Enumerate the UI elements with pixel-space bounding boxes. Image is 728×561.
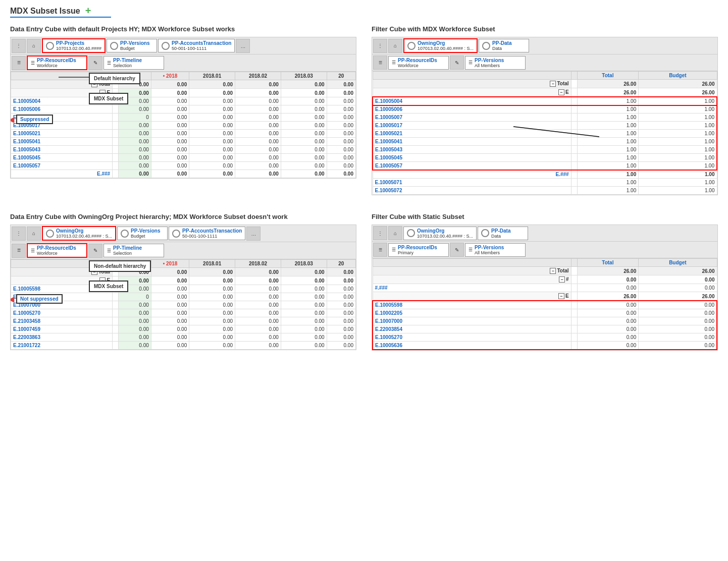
table-row: E.### 1.00 1.00	[373, 170, 717, 179]
dim-ppdata-br[interactable]: PP-Data Data	[478, 227, 528, 240]
home-btn-bl[interactable]: ⌂	[27, 227, 41, 241]
dim-owningorg-bl[interactable]: OwningOrg 107013.02.00.40.#### : S...	[42, 226, 116, 241]
freeze-btn-br[interactable]: ☰	[373, 243, 387, 257]
table-row: E.10007000 0.00 0.000.00 0.000.00 0.00	[11, 301, 356, 309]
default-hierarchy-annotation: Default hierarchy	[89, 73, 140, 84]
row-dim-resources-br[interactable]: ☰ PP-ResourceIDs Primary	[388, 243, 449, 257]
row-dim-timeline-tl[interactable]: ☰ PP-Timeline Selection	[103, 56, 164, 70]
collapse-btn-bl[interactable]: ⋮	[12, 227, 26, 241]
freeze-btn-tl[interactable]: ☰	[12, 56, 26, 70]
home-btn-tl[interactable]: ⌂	[27, 39, 41, 53]
dim-accounts-bl-name: PP-AccountsTransaction	[182, 228, 242, 234]
table-row: E.10007459 0.00 0.000.00 0.000.00 0.00	[11, 325, 356, 333]
table-row: E.10005045 1.00 1.00	[373, 154, 717, 162]
col-201801-tl: 2018.01	[189, 72, 235, 80]
top-right-title: Filter Cube with MDX Workforce Subset	[372, 25, 718, 33]
row-dim-resources-tl-value: Workforce	[37, 63, 76, 68]
page-header: MDX Subset Issue +	[0, 0, 728, 17]
col-more-tl: 20	[327, 72, 355, 80]
table-row: E.10005072 1.00 1.00	[373, 187, 717, 195]
top-left-grid: Total • 2018 2018.01 2018.02 2018.03 20 …	[11, 72, 356, 178]
top-left-row-toolbar: ☰ ☰ PP-ResourceIDs Workforce ✎ ☰ PP-Time…	[11, 54, 356, 72]
top-right-toolbar: ⋮ ⌂ OwningOrg 107013.02.00.40.#### : S..…	[372, 37, 717, 54]
bottom-left-title: Data Entry Cube with OwningOrg Project h…	[10, 213, 356, 220]
table-row: E.10005041 0.00 0.000.00 0.000.00 0.00	[11, 138, 356, 146]
table-row: E.21003458 0.00 0.000.00 0.000.00 0.00	[11, 317, 356, 325]
collapse-btn-br[interactable]: ⋮	[373, 226, 387, 240]
row-dim-versions-tr-name: PP-Versions	[475, 58, 504, 63]
freeze-btn-tr[interactable]: ☰	[373, 55, 387, 70]
row-dim-icon-bl: ☰	[31, 248, 35, 253]
collapse-btn-tl[interactable]: ⋮	[12, 39, 26, 53]
dim-circle-projects	[46, 42, 54, 50]
dim-circle-owningorg-bl	[46, 230, 54, 238]
row-dim-timeline-tl-name: PP-Timeline	[113, 58, 142, 63]
bottom-left-grid: Total • 2018 2018.01 2018.02 2018.03 20 …	[11, 259, 356, 350]
row-dim-icon-tr: ☰	[392, 60, 396, 65]
table-row: E.10005270 0.00 0.00	[373, 333, 717, 342]
row-dim-resources-bl-value: Workforce	[37, 251, 76, 256]
row-dim-versions-tr-value: All Members	[475, 63, 504, 68]
table-row: E.22003863 0.00 0.000.00 0.000.00 0.00	[11, 333, 356, 342]
row-dim-resources-tr[interactable]: ☰ PP-ResourceIDs Workforce	[388, 56, 449, 70]
dim-accounts-tl-name: PP-AccountsTransaction	[172, 40, 231, 46]
dim-pp-versions-tl[interactable]: PP-Versions Budget	[107, 39, 157, 52]
collapse-btn-tr[interactable]: ⋮	[373, 39, 387, 53]
col-201803-tl: 2018.03	[281, 72, 327, 80]
bottom-left-section: Data Entry Cube with OwningOrg Project h…	[10, 205, 356, 351]
table-row: E.10005045 0.00 0.000.00 0.000.00 0.00	[11, 154, 356, 162]
table-row: E.10005057 0.00 0.000.00 0.000.00 0.00	[11, 162, 356, 170]
dim-pp-projects[interactable]: PP-Projects 107013.02.00.40.####	[42, 38, 106, 53]
table-row: E.10005007 1.00 1.00	[373, 114, 717, 122]
more-btn-tl[interactable]: ...	[236, 39, 250, 53]
dim-ppdata-br-name: PP-Data	[491, 228, 510, 234]
row-dim-icon-br: ☰	[392, 247, 396, 252]
nondefault-hierarchy-annotation: Non-default hierarchy	[89, 260, 151, 272]
add-tab-button[interactable]: +	[85, 5, 91, 17]
row-dim-timeline-bl[interactable]: ☰ PP-Timeline Selection	[103, 244, 164, 257]
table-row: E.10005021 0.00 0.000.00 0.000.00 0.00	[11, 130, 356, 138]
table-row: E.10005636 0.00 0.00	[373, 342, 717, 350]
col-2018-tl: • 2018	[151, 72, 189, 80]
dim-ppdata-tr-value: Data	[492, 46, 511, 51]
row-dim-icon2-tr: ☰	[469, 60, 473, 65]
dim-accounts-bl[interactable]: PP-AccountsTransaction 50-001-100-1111	[169, 227, 245, 240]
row-dim-versions-tr[interactable]: ☰ PP-Versions All Members	[465, 56, 526, 70]
table-row: E.10005004 1.00 1.00	[373, 97, 717, 105]
row-dim-resources-tr-name: PP-ResourceIDs	[398, 58, 437, 63]
dim-circle-owningorg-br	[407, 229, 415, 237]
top-right-section: Filter Cube with MDX Workforce Subset ⋮ …	[372, 18, 718, 195]
row-dim-resources-bl[interactable]: ☰ PP-ResourceIDs Workforce	[27, 243, 87, 258]
chart-btn-bl[interactable]: ✎	[88, 244, 102, 258]
chart-btn-br[interactable]: ✎	[450, 243, 464, 257]
chart-btn-tl[interactable]: ✎	[88, 56, 102, 70]
dim-versions-bl-value: Budget	[131, 234, 160, 239]
bottom-right-toolbar: ⋮ ⌂ OwningOrg 107013.02.00.40.#### : S..…	[372, 225, 717, 242]
row-dim-resources-tl[interactable]: ☰ PP-ResourceIDs Workforce	[27, 55, 87, 70]
row-dim-resources-tr-value: Workforce	[398, 63, 437, 68]
dim-owningorg-bl-name: OwningOrg	[56, 228, 112, 234]
dim-owningorg-tr[interactable]: OwningOrg 107013.02.00.40.#### : S...	[403, 38, 478, 53]
dim-owningorg-br[interactable]: OwningOrg 107013.02.00.40.#### : S...	[403, 227, 477, 240]
dim-owningorg-br-value: 107013.02.00.40.#### : S...	[417, 234, 473, 239]
row-dim-timeline-tl-value: Selection	[113, 63, 142, 68]
more-btn-bl[interactable]: ...	[246, 227, 261, 241]
home-btn-tr[interactable]: ⌂	[388, 39, 402, 53]
table-row: E.10002205 ◀ Not suppressed 0 0.000.00 0…	[11, 293, 356, 301]
dim-versions-bl[interactable]: PP-Versions Budget	[117, 227, 168, 240]
dim-owningorg-br-name: OwningOrg	[417, 228, 473, 234]
freeze-btn-bl[interactable]: ☰	[12, 244, 26, 258]
row-dim-versions-br[interactable]: ☰ PP-Versions All Members	[465, 243, 526, 257]
dim-accounts-tl[interactable]: PP-AccountsTransaction 50-001-100-1111	[158, 39, 235, 52]
home-btn-br[interactable]: ⌂	[388, 226, 402, 240]
table-row: E.10005071 1.00 1.00	[373, 179, 717, 187]
table-row: E.10005006 1.00 1.00	[373, 105, 717, 114]
bottom-right-row-toolbar: ☰ ☰ PP-ResourceIDs Primary ✎ ☰ PP-Versio…	[372, 242, 717, 258]
dim-ppdata-tr[interactable]: PP-Data Data	[479, 39, 529, 52]
row-dim-timeline-bl-name: PP-Timeline	[113, 245, 142, 251]
table-row: −Total 26.00 26.00	[373, 267, 717, 275]
dim-circle-accounts-tl	[162, 42, 170, 50]
dim-accounts-bl-value: 50-001-100-1111	[182, 234, 242, 239]
table-row: E.10002205 0.00 0.00	[373, 309, 717, 317]
chart-btn-tr[interactable]: ✎	[450, 55, 464, 70]
